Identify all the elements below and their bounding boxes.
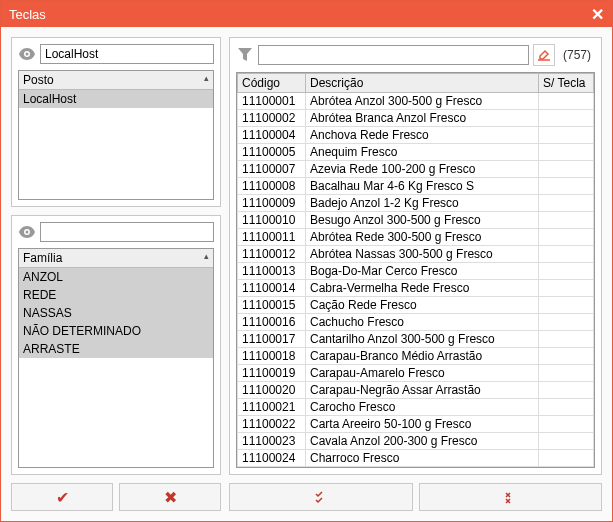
- table-row[interactable]: 11100019Carapau-Amarelo Fresco: [238, 365, 594, 382]
- data-table-scroll[interactable]: Código Descrição S/ Tecla 11100001Abróte…: [237, 73, 594, 467]
- search-input[interactable]: [258, 45, 529, 65]
- list-item[interactable]: REDE: [19, 286, 213, 304]
- confirm-button[interactable]: ✔: [11, 483, 113, 511]
- deselect-all-button[interactable]: [419, 483, 603, 511]
- table-row[interactable]: 11100012Abrótea Nassas 300-500 g Fresco: [238, 246, 594, 263]
- col-codigo[interactable]: Código: [238, 74, 306, 93]
- titlebar: Teclas ✕: [1, 1, 612, 27]
- list-item[interactable]: LocalHost: [19, 90, 213, 108]
- col-stecla[interactable]: S/ Tecla: [539, 74, 594, 93]
- select-all-button[interactable]: [229, 483, 413, 511]
- cancel-button[interactable]: ✖: [119, 483, 221, 511]
- col-descricao[interactable]: Descrição: [306, 74, 539, 93]
- window-title: Teclas: [9, 7, 46, 22]
- table-row[interactable]: 11100004Anchova Rede Fresco: [238, 127, 594, 144]
- table-row[interactable]: 11100020Carapau-Negrão Assar Arrastão: [238, 382, 594, 399]
- list-item[interactable]: NÃO DETERMINADO: [19, 322, 213, 340]
- table-row[interactable]: 11100007Azevia Rede 100-200 g Fresco: [238, 161, 594, 178]
- table-row[interactable]: 11100013Boga-Do-Mar Cerco Fresco: [238, 263, 594, 280]
- table-row[interactable]: 11100010Besugo Anzol 300-500 g Fresco: [238, 212, 594, 229]
- table-row[interactable]: 11100016Cachucho Fresco: [238, 314, 594, 331]
- table-row[interactable]: 11100018Carapau-Branco Médio Arrastão: [238, 348, 594, 365]
- table-row[interactable]: 11100017Cantarilho Anzol 300-500 g Fresc…: [238, 331, 594, 348]
- table-row[interactable]: 11100009Badejo Anzol 1-2 Kg Fresco: [238, 195, 594, 212]
- posto-filter-input[interactable]: [40, 44, 214, 64]
- svg-point-1: [26, 231, 29, 234]
- posto-header[interactable]: Posto: [19, 71, 213, 90]
- table-row[interactable]: 11100021Carocho Fresco: [238, 399, 594, 416]
- list-item[interactable]: ANZOL: [19, 268, 213, 286]
- familia-listbox[interactable]: Família ANZOLREDENASSASNÃO DETERMINADOAR…: [18, 248, 214, 468]
- table-row[interactable]: 11100015Cação Rede Fresco: [238, 297, 594, 314]
- table-row[interactable]: 11100024Charroco Fresco: [238, 450, 594, 467]
- table-row[interactable]: 11100002Abrótea Branca Anzol Fresco: [238, 110, 594, 127]
- clear-filter-button[interactable]: [533, 44, 555, 66]
- eye-icon: [18, 223, 36, 241]
- table-row[interactable]: 11100005Anequim Fresco: [238, 144, 594, 161]
- funnel-icon: [236, 46, 254, 64]
- eye-icon: [18, 45, 36, 63]
- table-row[interactable]: 11100008Bacalhau Mar 4-6 Kg Fresco S: [238, 178, 594, 195]
- data-table: Código Descrição S/ Tecla 11100001Abróte…: [237, 73, 594, 467]
- table-row[interactable]: 11100014Cabra-Vermelha Rede Fresco: [238, 280, 594, 297]
- close-icon[interactable]: ✕: [591, 5, 604, 24]
- posto-listbox[interactable]: Posto LocalHost: [18, 70, 214, 200]
- table-row[interactable]: 11100011Abrótea Rede 300-500 g Fresco: [238, 229, 594, 246]
- list-item[interactable]: NASSAS: [19, 304, 213, 322]
- list-item[interactable]: ARRASTE: [19, 340, 213, 358]
- familia-filter-input[interactable]: [40, 222, 214, 242]
- row-count: (757): [559, 48, 595, 62]
- table-row[interactable]: 11100022Carta Areeiro 50-100 g Fresco: [238, 416, 594, 433]
- svg-point-0: [26, 53, 29, 56]
- table-row[interactable]: 11100001Abrótea Anzol 300-500 g Fresco: [238, 93, 594, 110]
- table-row[interactable]: 11100023Cavala Anzol 200-300 g Fresco: [238, 433, 594, 450]
- familia-header[interactable]: Família: [19, 249, 213, 268]
